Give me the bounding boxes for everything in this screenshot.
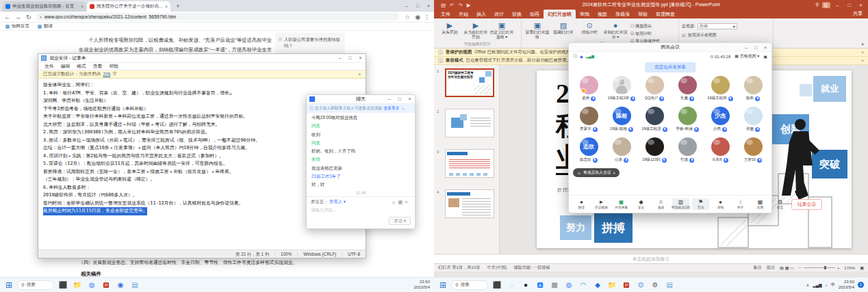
fit-to-window-icon[interactable]: ▣: [860, 265, 864, 270]
taskbar-search[interactable]: ⚲ 搜索: [17, 280, 54, 290]
infobar-close-icon[interactable]: ×: [861, 50, 864, 55]
security-shield-icon[interactable]: ◆: [580, 54, 583, 59]
participant-tile[interactable]: 王胖10: [737, 137, 769, 163]
taskbar-app-icon[interactable]: ▤: [664, 280, 675, 291]
participant-tile[interactable]: 学委-梓涵: [671, 107, 704, 132]
taskbar-app-icon[interactable]: 📁: [72, 280, 83, 291]
zoom-out-icon[interactable]: −: [799, 265, 802, 270]
meeting-tool-button[interactable]: ► 开启视频: [593, 198, 610, 210]
ribbon-checkbox[interactable]: ☐ 播放旁白: [630, 23, 660, 29]
meeting-tool-button[interactable]: ● 静音: [573, 198, 590, 210]
monitor-select[interactable]: 自动▾: [698, 23, 737, 29]
taskbar-app-icon[interactable]: ⊙: [635, 280, 646, 291]
taskbar-clock[interactable]: 23:50 2023/5/4: [414, 280, 430, 290]
slide-block-jiuye[interactable]: 就业: [813, 76, 846, 102]
minimize-button[interactable]: –: [833, 3, 842, 8]
ribbon-tab[interactable]: 动画: [526, 10, 544, 18]
participant-tile[interactable]: 19级工程浩: [638, 107, 671, 132]
zoom-slider[interactable]: [804, 267, 835, 268]
chat-message-list[interactable]: 今晚19:00核对就业信息同意收到同意好的、收到，人齐了吗安排就业表格已更新21…: [307, 113, 415, 196]
new-tab-button[interactable]: +: [174, 2, 182, 10]
ribbon-tab[interactable]: 插入: [472, 10, 490, 18]
meeting-tool-button[interactable]: ● 录制: [712, 198, 729, 210]
infobar-close-icon[interactable]: ×: [358, 72, 361, 77]
notepad-titlebar[interactable]: 就业安排 - 记事本 – □ ×: [38, 54, 366, 63]
banner-more-link[interactable]: 查看更多: [383, 105, 399, 111]
image-icon[interactable]: ▦: [398, 200, 405, 204]
ribbon-checkbox[interactable]: ☑ 使用计时: [630, 31, 660, 37]
account-avatar[interactable]: 陈: [822, 2, 831, 8]
chat-input[interactable]: [311, 207, 411, 212]
participant-tile[interactable]: 竹溪: [671, 137, 704, 163]
minimize-button[interactable]: –: [384, 95, 394, 103]
ribbon-tab[interactable]: 帮助: [634, 10, 652, 18]
participant-tile[interactable]: 志欣 陈志欣: [572, 137, 605, 163]
tab-close-icon[interactable]: ×: [81, 4, 84, 9]
infobar-value[interactable]: 226: [103, 72, 111, 77]
tray-chevron-icon[interactable]: ∧: [806, 282, 809, 287]
meeting-tool-button[interactable]: ▣ 共享屏幕: [613, 198, 630, 210]
address-bar[interactable]: ▪ www.gov.cn/zhengce/zhengceku/2021-12/c…: [36, 13, 400, 21]
participant-tile[interactable]: 陈希: [737, 76, 769, 101]
close-button[interactable]: ×: [355, 54, 366, 62]
tab-close-icon[interactable]: ×: [165, 4, 168, 9]
accessibility-status[interactable]: 辅助功能: 一切就绪: [513, 265, 550, 271]
participant-tile[interactable]: 少杰 少杰: [704, 107, 737, 132]
slide-block-pinbo[interactable]: 拼搏: [594, 213, 633, 243]
taskbar-app-icon[interactable]: ◍: [86, 280, 97, 291]
browser-tab[interactable]: 国务院办公厅关于进一步做好高校毕业生就业工作的通知 ×: [87, 1, 170, 12]
tray-network-icon[interactable]: ▂▄▆: [813, 282, 821, 287]
menu-item[interactable]: 帮助: [105, 63, 122, 70]
slide-thumbnail[interactable]: 4: [434, 189, 499, 218]
participant-tile[interactable]: 侯星: [737, 107, 769, 132]
meeting-tool-button[interactable]: ⚙ 设置: [771, 198, 789, 210]
taskbar-app-icon[interactable]: ●: [520, 280, 531, 291]
qat-icon[interactable]: ↶: [450, 2, 454, 8]
taskbar-app-icon[interactable]: ▩: [549, 280, 560, 291]
qat-icon[interactable]: ▤: [441, 2, 446, 8]
end-meeting-button[interactable]: 结束会议: [791, 199, 822, 210]
taskbar-search[interactable]: ⚲ 搜索: [451, 280, 488, 290]
browser-tab[interactable]: 毕业生就业创业政策指南 - 首页 ×: [3, 1, 86, 12]
ribbon-search-icon[interactable]: ⚲: [815, 2, 819, 8]
padlock-icon[interactable]: ▪: [40, 15, 42, 19]
browser-menu-icon[interactable]: ⋮: [424, 14, 430, 21]
bookmark-item[interactable]: 知网首页: [5, 23, 29, 29]
start-button[interactable]: ⊞: [4, 280, 14, 290]
participant-tile[interactable]: 19级工程薛: [704, 76, 737, 101]
reload-icon[interactable]: ↻: [26, 14, 31, 21]
taskbar-app-icon[interactable]: ⚙: [650, 280, 661, 291]
qat-icon[interactable]: ↷: [458, 2, 462, 8]
ribbon-tab[interactable]: 百度网盘: [652, 10, 679, 18]
notes-pane[interactable]: 单击此处添加备注: [434, 254, 868, 263]
language-indicator[interactable]: 中文(中国): [487, 265, 507, 271]
taskbar-app-icon[interactable]: 📁: [607, 280, 617, 291]
participant-tile[interactable]: 山茶: [605, 137, 638, 163]
presenter-view-checkbox[interactable]: ☑ 使用演示者视图: [682, 31, 770, 39]
comments-toggle[interactable]: 批注: [767, 265, 775, 271]
meeting-info-icon[interactable]: ⓘ: [573, 53, 577, 59]
participant-tile[interactable]: 19级工程2班: [605, 76, 638, 101]
close-button[interactable]: ×: [405, 95, 415, 103]
close-button[interactable]: ×: [856, 3, 865, 8]
share-button[interactable]: 共享: [853, 10, 863, 18]
taskbar-app-icon[interactable]: 🅰: [535, 280, 546, 291]
meeting-tool-button[interactable]: ☝ 举手: [732, 198, 749, 210]
meeting-tool-button[interactable]: ◆ 安全: [633, 198, 650, 210]
meeting-tool-button[interactable]: ▥ 管理成员(18): [672, 198, 689, 210]
maximize-button[interactable]: □: [845, 3, 854, 8]
meeting-tool-button[interactable]: ▦ 应用: [752, 198, 769, 210]
emoji-icon[interactable]: ☺: [391, 200, 398, 204]
close-button[interactable]: ×: [423, 0, 434, 12]
taskbar-app-icon[interactable]: ⬛: [58, 280, 68, 291]
related-question-link[interactable]: 入职新公司需要办理档案转移吗？: [279, 37, 342, 49]
qat-icon[interactable]: ▶: [467, 2, 471, 8]
participant-tile[interactable]: 19级123刘: [638, 137, 671, 163]
chat-titlebar[interactable]: 聊天 – □ ×: [307, 95, 415, 104]
tray-volume-icon[interactable]: ♪: [826, 283, 828, 287]
start-button[interactable]: ⊞: [438, 280, 448, 290]
participant-tile[interactable]: QQ用户: [638, 76, 671, 101]
close-button[interactable]: ×: [761, 43, 770, 52]
participant-tile[interactable]: 李家木: [572, 107, 605, 132]
ribbon-tab[interactable]: 文件: [437, 10, 455, 18]
